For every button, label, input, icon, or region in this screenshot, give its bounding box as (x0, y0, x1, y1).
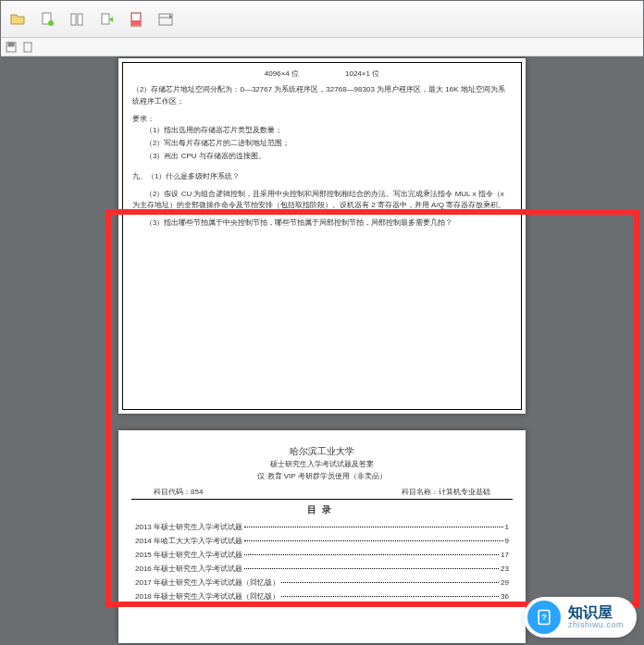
export-icon[interactable] (95, 8, 118, 31)
svg-text:?: ? (541, 613, 547, 622)
req-item-1: （1）指出选用的存储器芯片类型及数量； (132, 124, 512, 137)
toc-list: 2013 年硕士研究生入学考试试题1 2014 年哈工大大学入学考试试题9 20… (131, 520, 513, 603)
main-toolbar (1, 1, 643, 38)
svg-point-1 (48, 20, 54, 26)
pdf-icon[interactable] (125, 8, 147, 31)
requirements-label: 要求： (132, 114, 512, 124)
svg-rect-4 (102, 14, 109, 24)
question-9-2: （2）假设 CU 为组合逻辑控制，且采用中央控制和局部控制相结合的办法。写出完成… (132, 189, 512, 213)
university-name: 哈尔滨工业大学 (131, 444, 513, 459)
compare-icon[interactable] (66, 8, 88, 31)
question-9-3: （3）指出哪些节拍属于中央控制节拍，哪些节拍属于局部控制节拍，局部控制最多需要几… (132, 217, 512, 229)
layout-icon[interactable] (155, 8, 177, 31)
toc-row: 2015 年硕士研究生入学考试试题17 (131, 548, 513, 562)
svg-rect-2 (71, 14, 76, 25)
page-2-content: 哈尔滨工业大学 硕士研究生入学考试试题及答案 仅 教育 VIP 考研群学员使用（… (122, 434, 522, 639)
watermark-title: 知识屋 (568, 604, 624, 621)
req-item-3: （3）画出 CPU 与存储器的连接图。 (132, 150, 512, 163)
watermark-url: zhishiwu.com (568, 621, 624, 630)
svg-rect-6 (131, 20, 141, 25)
toc-row: 2018 年硕士研究生入学考试试题（回忆版）36 (131, 589, 513, 603)
toc-row: 2013 年硕士研究生入学考试试题1 (131, 520, 513, 534)
page-1: 4096×4 位 1024×1 位 （2）存储芯片地址空间分配为：0—32767… (118, 58, 526, 414)
subject-code: 科目代码：854 (154, 487, 203, 497)
toc-row: 2016 年硕士研究生入学考试试题23 (131, 562, 513, 576)
req-item-2: （2）写出每片存储芯片的二进制地址范围； (132, 137, 512, 150)
svg-rect-3 (78, 14, 82, 25)
toc-row: 2017 年硕士研究生入学考试试题（回忆版）29 (131, 576, 513, 589)
new-icon[interactable] (36, 8, 58, 31)
svg-rect-10 (8, 43, 14, 46)
site-watermark: ? 知识屋 zhishiwu.com (524, 597, 637, 638)
open-icon[interactable] (6, 8, 29, 31)
page-1-content: 4096×4 位 1024×1 位 （2）存储芯片地址空间分配为：0—32767… (122, 62, 522, 410)
page-2: 哈尔滨工业大学 硕士研究生入学考试试题及答案 仅 教育 VIP 考研群学员使用（… (118, 430, 526, 643)
document-viewer: 4096×4 位 1024×1 位 （2）存储芯片地址空间分配为：0—32767… (1, 56, 643, 645)
sub-toolbar (1, 38, 643, 56)
doc-title-line2: 硕士研究生入学考试试题及答案 (131, 459, 513, 471)
doc-title-line3: 仅 教育 VIP 考研群学员使用（非卖品） (131, 471, 513, 483)
bookmark-icon[interactable] (21, 41, 34, 54)
svg-rect-11 (24, 43, 31, 52)
chip-size-a: 4096×4 位 (265, 68, 299, 79)
subject-name: 科目名称：计算机专业基础 (402, 487, 490, 497)
watermark-logo-icon: ? (527, 601, 561, 634)
save-icon[interactable] (5, 41, 18, 54)
paragraph-address-space: （2）存储芯片地址空间分配为：0—32767 为系统程序区，32768—9830… (132, 84, 512, 108)
chip-size-b: 1024×1 位 (345, 68, 379, 79)
question-9-1: 九、（1）什么是多级时序系统？ (132, 171, 512, 183)
toc-row: 2014 年哈工大大学入学考试试题9 (131, 534, 513, 548)
toc-heading: 目录 (131, 503, 513, 516)
